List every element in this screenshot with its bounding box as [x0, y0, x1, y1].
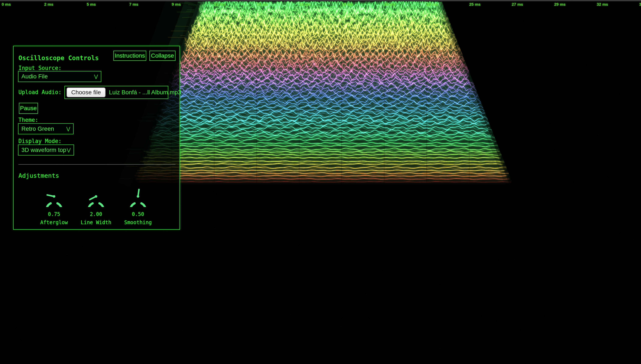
- timeline-label: 2 ms: [44, 2, 54, 7]
- display-mode-value: 3D waveform top: [22, 146, 66, 154]
- chevron-down-icon: ⋁: [67, 148, 71, 152]
- instructions-button[interactable]: Instructions: [113, 51, 146, 61]
- choose-file-button[interactable]: Choose file: [67, 88, 106, 97]
- uploaded-filename: Luiz Bonfá - ...ll Album.mp3: [109, 89, 181, 96]
- input-source-label: Input Source:: [19, 65, 62, 71]
- input-source-select[interactable]: Audio File ⋁: [18, 71, 101, 82]
- theme-value: Retro Green: [22, 126, 54, 132]
- timeline-ruler: 0 ms2 ms5 ms7 ms9 ms11 ms14 ms16 ms18 ms…: [0, 0, 641, 9]
- display-mode-select[interactable]: 3D waveform top ⋁: [18, 144, 74, 156]
- chevron-down-icon: ⋁: [94, 74, 98, 79]
- smoothing-knob[interactable]: [127, 186, 149, 207]
- afterglow-label: Afterglow: [37, 220, 71, 226]
- smoothing-label: Smoothing: [121, 220, 155, 226]
- panel-title: Oscilloscope Controls: [19, 54, 99, 62]
- collapse-button[interactable]: Collapse: [150, 51, 176, 61]
- smoothing-value: 0.50: [127, 211, 149, 217]
- timeline-label: 14 ms: [257, 2, 268, 7]
- line-width-knob[interactable]: [86, 186, 107, 207]
- upload-audio-label: Upload Audio:: [19, 89, 62, 95]
- section-divider: [19, 164, 176, 165]
- afterglow-knob[interactable]: [44, 186, 65, 207]
- line-width-label: Line Width: [79, 220, 113, 226]
- timeline-label: 7 ms: [129, 2, 138, 7]
- line-width-value: 2.00: [86, 211, 107, 217]
- chevron-down-icon: ⋁: [66, 126, 70, 131]
- timeline-label: 32 ms: [597, 2, 608, 7]
- timeline-label: 16 ms: [299, 2, 311, 7]
- timeline-label: 27 ms: [512, 2, 523, 7]
- display-mode-label: Display Mode:: [19, 138, 62, 144]
- timeline-label: 29 ms: [554, 2, 566, 7]
- theme-label: Theme:: [19, 117, 38, 123]
- timeline-label: 20 ms: [384, 2, 396, 7]
- pause-button[interactable]: Pause: [19, 103, 38, 114]
- afterglow-value: 0.75: [44, 211, 65, 217]
- adjustments-title: Adjustments: [19, 172, 59, 179]
- timeline-label: 23 ms: [427, 2, 438, 7]
- timeline-label: 25 ms: [469, 2, 481, 7]
- oscilloscope-controls-panel: Oscilloscope Controls Instructions Colla…: [13, 46, 180, 230]
- timeline-label: 34 ms: [639, 2, 641, 7]
- timeline-label: 9 ms: [172, 2, 181, 7]
- timeline-label: 5 ms: [87, 2, 96, 7]
- theme-select[interactable]: Retro Green ⋁: [18, 123, 74, 134]
- timeline-label: 11 ms: [214, 2, 226, 7]
- timeline-label: 0 ms: [2, 2, 11, 7]
- input-source-value: Audio File: [22, 73, 48, 80]
- timeline-label: 18 ms: [342, 2, 353, 7]
- file-input[interactable]: Choose file Luiz Bonfá - ...ll Album.mp3: [65, 86, 168, 99]
